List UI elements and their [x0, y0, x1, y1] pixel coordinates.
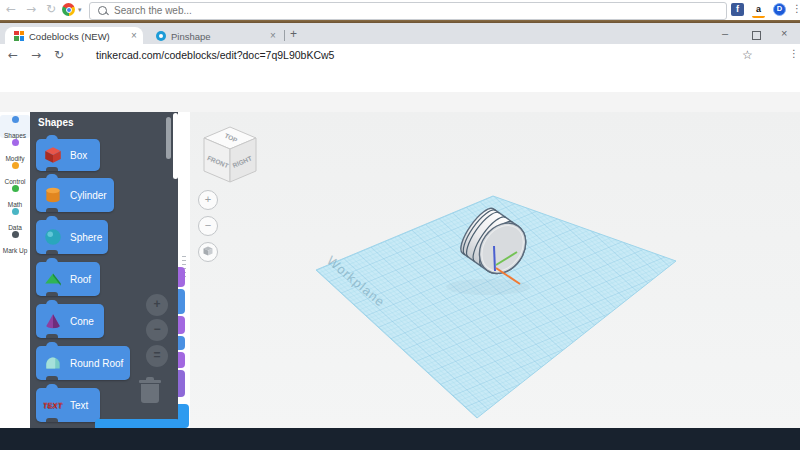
forward-icon[interactable]: →: [26, 2, 36, 16]
reload-icon[interactable]: ↻: [46, 2, 56, 16]
chrome-logo-icon[interactable]: [62, 3, 75, 16]
program-block-sliver[interactable]: [178, 289, 185, 314]
screen: ← → ↻ ▾ f a D ⋮ Codeblocks (NEW) × Pinsh…: [0, 0, 800, 450]
program-block-sliver[interactable]: [178, 404, 189, 428]
svg-text:TEXT: TEXT: [43, 402, 64, 411]
windows-taskbar: L e e 83% ^ ☁ 2:33 PM 3/16/2020 1: [0, 428, 800, 450]
block-label: Text: [70, 400, 88, 411]
category-sidebar: Shapes Modify Control Math Data Mark Up: [0, 112, 30, 428]
text-icon: TEXT TEXT: [43, 395, 65, 415]
sidebar-item-control[interactable]: Control: [0, 161, 30, 184]
round-roof-icon: [43, 353, 63, 373]
address-bar: ← → ↻ tinkercad.com/codeblocks/edit?doc=…: [0, 44, 800, 67]
amazon-extension-icon[interactable]: a: [752, 3, 765, 18]
sidebar-item-label: Mark Up: [3, 247, 28, 254]
reload-icon[interactable]: ↻: [54, 48, 64, 62]
palette-scrollbar-thumb[interactable]: [166, 117, 171, 159]
tab-title: Codeblocks (NEW): [29, 31, 110, 42]
block-partial-bottom[interactable]: [95, 419, 180, 428]
url-text[interactable]: tinkercad.com/codeblocks/edit?doc=7q9L90…: [96, 49, 334, 61]
forward-icon[interactable]: →: [31, 48, 41, 62]
facebook-extension-icon[interactable]: f: [731, 3, 744, 16]
sidebar-item-data[interactable]: Data: [0, 207, 30, 230]
tinkercad-favicon: [14, 31, 24, 41]
block-cylinder[interactable]: Cylinder: [36, 178, 114, 212]
markup-dot-icon: [12, 231, 19, 238]
tab-strip: Codeblocks (NEW) × Pinshape × + – ×: [0, 23, 800, 44]
trash-icon[interactable]: [139, 377, 161, 403]
block-label: Sphere: [70, 232, 102, 243]
sidebar-item-shapes[interactable]: Shapes: [0, 115, 30, 138]
tab-pinshape[interactable]: Pinshape ×: [148, 27, 282, 44]
math-dot-icon: [12, 185, 19, 192]
z-axis-line: [494, 246, 495, 271]
block-roof[interactable]: Roof: [36, 262, 100, 296]
cone-icon: [43, 311, 63, 331]
window-maximize-button[interactable]: [752, 31, 761, 40]
data-dot-icon: [12, 208, 19, 215]
block-sphere[interactable]: Sphere: [36, 220, 108, 254]
roof-icon: [43, 269, 63, 289]
program-block-sliver[interactable]: [178, 267, 185, 287]
cylinder-icon: [43, 185, 63, 205]
block-label: Round Roof: [70, 358, 123, 369]
sidebar-item-modify[interactable]: Modify: [0, 138, 30, 161]
back-icon[interactable]: ←: [8, 48, 18, 62]
web-search-box[interactable]: [89, 2, 727, 20]
close-icon[interactable]: ×: [131, 30, 137, 41]
block-label: Box: [70, 150, 87, 161]
view-cube[interactable]: TOP FRONT RIGHT: [200, 124, 260, 188]
shapes-dot-icon: [12, 116, 19, 123]
home-view-icon: [203, 246, 213, 256]
block-round-roof[interactable]: Round Roof: [36, 346, 130, 380]
new-tab-button[interactable]: +: [290, 27, 297, 41]
control-dot-icon: [12, 162, 19, 169]
tab-codeblocks[interactable]: Codeblocks (NEW) ×: [5, 27, 143, 44]
block-label: Cone: [70, 316, 94, 327]
scene-3d[interactable]: Workplane: [190, 112, 800, 428]
code-zoom-reset-button[interactable]: =: [146, 345, 168, 367]
back-icon[interactable]: ←: [6, 2, 16, 16]
block-label: Roof: [70, 274, 91, 285]
program-block-sliver[interactable]: [178, 370, 185, 397]
box-icon: [43, 145, 63, 165]
run-toolbar: ↶ ↷ Speed ▶ Step ▷ ↺ Export Share: [0, 92, 800, 113]
sphere-icon: [43, 227, 63, 247]
block-label: Cylinder: [70, 190, 107, 201]
web-search-input[interactable]: [112, 4, 416, 17]
block-box[interactable]: Box: [36, 139, 100, 171]
window-close-button[interactable]: ×: [781, 27, 787, 39]
toolbar-menu-icon[interactable]: ⋮: [792, 3, 800, 14]
dictionary-extension-icon[interactable]: D: [773, 3, 786, 16]
modify-dot-icon: [12, 139, 19, 146]
tab-title: Pinshape: [171, 31, 211, 42]
chevron-down-icon[interactable]: ▾: [78, 6, 82, 14]
code-zoom-in-button[interactable]: +: [146, 294, 168, 316]
program-block-sliver[interactable]: [178, 336, 185, 350]
app-header: TIN KER CAD Codeblocks NEW ▾ Digit-Less …: [0, 66, 800, 93]
program-block-sliver[interactable]: [178, 352, 185, 368]
program-block-sliver[interactable]: [178, 316, 185, 334]
viewport-zoom-out-button[interactable]: −: [198, 216, 218, 236]
pinshape-favicon-dot: [159, 34, 163, 38]
browser-menu-icon[interactable]: ⋮: [789, 48, 799, 59]
sidebar-item-math[interactable]: Math: [0, 184, 30, 207]
viewport-home-view-button[interactable]: [198, 242, 218, 262]
viewport-zoom-in-button[interactable]: +: [198, 190, 218, 210]
code-zoom-out-button[interactable]: −: [146, 319, 168, 341]
palette-title: Shapes: [38, 117, 74, 128]
tab-divider: [284, 30, 285, 41]
block-cone[interactable]: Cone: [36, 304, 104, 338]
close-icon[interactable]: ×: [270, 30, 276, 41]
block-text[interactable]: TEXT TEXT Text: [36, 388, 100, 422]
sidebar-item-markup[interactable]: Mark Up: [0, 230, 30, 253]
search-icon: [98, 6, 107, 15]
window-minimize-button[interactable]: –: [722, 27, 728, 39]
bookmark-star-icon[interactable]: ☆: [742, 48, 753, 62]
widget-toolbar: ← → ↻ ▾ f a D ⋮: [0, 0, 800, 20]
